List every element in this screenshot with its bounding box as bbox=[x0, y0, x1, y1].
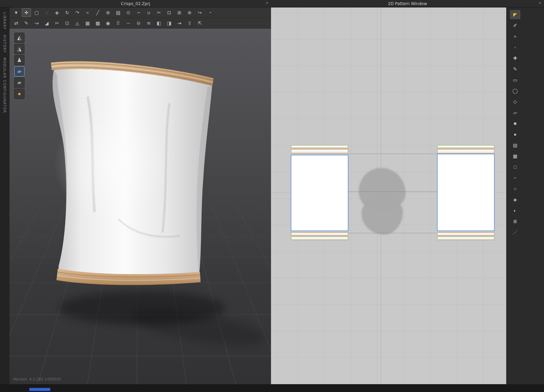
seal-strip-back-top-inner[interactable] bbox=[437, 149, 494, 153]
tool-checkerboard-large[interactable]: ▦ bbox=[83, 19, 92, 28]
taskbar-indicator[interactable] bbox=[29, 388, 50, 391]
tool-duplicate-tool[interactable]: ⊡ bbox=[63, 19, 72, 28]
tool-avatar-brush[interactable]: ✎ bbox=[22, 19, 31, 28]
tool-icon: ▤ bbox=[513, 142, 517, 148]
toggle-show-garment-b[interactable]: ◮ bbox=[14, 44, 24, 54]
popout-icon[interactable]: ↗ bbox=[265, 1, 268, 5]
tool-scissors-tool[interactable]: ✂ bbox=[52, 19, 62, 28]
tool-align-tool[interactable]: ⇥ bbox=[175, 19, 184, 28]
seal-strip-front-top-inner[interactable] bbox=[291, 149, 348, 153]
tool-2d-dashed-line-tool[interactable]: ┄ bbox=[510, 173, 520, 182]
tool-2d-pen-tool[interactable]: ✎ bbox=[510, 65, 520, 73]
tool-icon: ◯ bbox=[512, 88, 518, 93]
titlebar-3d-window[interactable]: Crisps_02.Zprj ↗ bbox=[0, 0, 271, 7]
toggle-icon: ● bbox=[18, 91, 21, 97]
seal-strip-back-top-outer[interactable] bbox=[437, 145, 494, 148]
tool-transform-pattern[interactable]: ◈ bbox=[52, 8, 62, 17]
tool-fold-arrange[interactable]: ⊡ bbox=[165, 8, 174, 17]
tool-2d-circle-tool[interactable]: ◯ bbox=[510, 86, 520, 95]
tool-2d-outline-rectangle-tool[interactable]: □ bbox=[510, 163, 520, 171]
tool-2d-edit-curvature[interactable]: ≈ bbox=[510, 32, 520, 41]
tool-2d-checkerboard-tool[interactable]: ▦ bbox=[510, 152, 520, 160]
tool-measure-edge[interactable]: ↪ bbox=[195, 8, 204, 17]
seal-strip-front-bottom-inner[interactable] bbox=[291, 233, 348, 236]
tool-icon: ≣ bbox=[513, 219, 517, 224]
tool-zipper-tool[interactable]: ≋ bbox=[144, 19, 153, 28]
tool-icon: ✎ bbox=[513, 66, 517, 72]
tool-trace-tool[interactable]: ◬ bbox=[73, 19, 82, 28]
tool-detail-sew[interactable]: ✂ bbox=[154, 8, 164, 17]
seal-strip-front-top-outer[interactable] bbox=[291, 145, 348, 148]
tool-2d-filled-rectangle-tool[interactable]: ■ bbox=[510, 119, 520, 128]
tool-line-tool[interactable]: ╱ bbox=[93, 8, 102, 17]
tool-icon: ┉ bbox=[137, 10, 140, 15]
tool-2d-transform-pattern[interactable]: ◤ bbox=[510, 10, 520, 19]
tool-segment-sew[interactable]: ┉ bbox=[134, 8, 143, 17]
tool-icon: ◨ bbox=[167, 20, 171, 26]
toggle-show-fabric-blue[interactable]: ▰ bbox=[14, 66, 24, 76]
side-tab-history[interactable]: HISTORY bbox=[3, 35, 6, 53]
tool-avatar-walk[interactable]: ⇄ bbox=[12, 19, 21, 28]
tool-rotate-arrange[interactable]: ↻ bbox=[63, 8, 72, 17]
side-tab-library[interactable]: LIBRARY bbox=[3, 12, 6, 30]
toggle-show-avatar[interactable]: ♟ bbox=[14, 55, 24, 65]
tool-icon: ● bbox=[514, 132, 516, 137]
toggle-show-avatar-skin[interactable]: ● bbox=[14, 89, 24, 99]
tool-grid-arrange[interactable]: ⊞ bbox=[175, 8, 184, 17]
tool-icon: ↪ bbox=[198, 10, 202, 15]
side-tab-modular-configurator[interactable]: MODULAR CONFIGURATOR bbox=[3, 57, 6, 113]
tool-2d-shape-blend-tool[interactable]: ◐ bbox=[510, 206, 520, 215]
tool-2d-edit-pattern[interactable]: ✐ bbox=[510, 21, 520, 30]
seal-strip-back-bottom-outer[interactable] bbox=[437, 237, 494, 240]
tool-2d-folder-tool[interactable]: ▱ bbox=[510, 108, 520, 117]
tool-2d-diamond-tool[interactable]: ◈ bbox=[510, 195, 520, 204]
tool-pin-tool[interactable]: ⊙ bbox=[124, 8, 133, 17]
tool-2d-add-point[interactable]: ✚ bbox=[510, 54, 520, 63]
seal-strip-front-bottom-outer[interactable] bbox=[291, 237, 348, 240]
tool-2d-outline-circle-tool[interactable]: ○ bbox=[510, 184, 520, 193]
tool-icon: ✚ bbox=[513, 55, 517, 61]
tool-free-sew[interactable]: ∪ bbox=[144, 8, 153, 17]
tool-2d-steps-tool[interactable]: ⋰ bbox=[510, 228, 520, 237]
pattern-piece-front[interactable] bbox=[291, 155, 348, 231]
tool-wedge-tool[interactable]: ◢ bbox=[42, 19, 51, 28]
pattern-piece-back[interactable] bbox=[437, 154, 495, 231]
tool-tape-measure[interactable]: ◔ bbox=[205, 8, 215, 17]
tool-buttonhole-tool[interactable]: ⠿ bbox=[114, 19, 123, 28]
tool-pan-tool[interactable]: ⇱ bbox=[195, 19, 204, 28]
tool-2d-filled-circle-tool[interactable]: ● bbox=[510, 130, 520, 139]
pattern-canvas-2d[interactable] bbox=[271, 7, 506, 384]
toggle-show-garment-a[interactable]: ◭ bbox=[14, 33, 24, 43]
tool-seam-line-tool[interactable]: ─ bbox=[124, 19, 133, 28]
tool-gizmo-tool[interactable]: ⊕ bbox=[103, 8, 113, 17]
tool-fabric-tool[interactable]: ▨ bbox=[114, 8, 123, 17]
tool-select-mesh-lasso[interactable]: ◌ bbox=[42, 8, 51, 17]
titlebar-2d-window[interactable]: 2D Pattern Window ↗ bbox=[271, 0, 544, 7]
seal-strip-back-bottom-inner[interactable] bbox=[437, 233, 494, 236]
tool-select-move[interactable]: ✛ bbox=[22, 8, 31, 17]
tool-stroke-tool[interactable]: ↝ bbox=[32, 19, 41, 28]
tool-edit-curvature[interactable]: ≈ bbox=[83, 8, 92, 17]
tool-select-mesh-box[interactable]: ▢ bbox=[32, 8, 41, 17]
tool-2d-rectangle-tool[interactable]: ▭ bbox=[510, 75, 520, 84]
tool-2d-edit-curve-point[interactable]: ◦ bbox=[510, 43, 520, 52]
tool-checkerboard-small[interactable]: ▩ bbox=[93, 19, 102, 28]
viewport-3d[interactable]: ◭◮♟▰▰● Version: 4.2.281 (r35910) bbox=[10, 29, 271, 384]
tool-2d-dart-tool[interactable]: ◇ bbox=[510, 97, 520, 106]
tool-2d-folder-shapes-tool[interactable]: ▤ bbox=[510, 141, 520, 150]
tool-2d-columns-tool[interactable]: ≣ bbox=[510, 217, 520, 226]
tool-simulate[interactable]: ▼ bbox=[12, 8, 21, 17]
tool-lock-tool[interactable]: ⊝ bbox=[134, 19, 143, 28]
app-window: Crisps_02.Zprj ↗ 2D Pattern Window ↗ LIB… bbox=[0, 0, 544, 392]
tool-flag-right-tool[interactable]: ◨ bbox=[165, 19, 174, 28]
crisps-bag-3d[interactable] bbox=[10, 29, 271, 384]
toggle-show-fabric-gray[interactable]: ▰ bbox=[14, 78, 24, 88]
tool-flag-left-tool[interactable]: ◧ bbox=[154, 19, 164, 28]
popout-icon[interactable]: ↗ bbox=[538, 1, 541, 5]
tool-button-tool[interactable]: ◉ bbox=[103, 19, 113, 28]
tool-tack-tool[interactable]: ⊛ bbox=[185, 8, 194, 17]
tool-fit-tool[interactable]: ⇳ bbox=[185, 19, 194, 28]
tool-edit-curve[interactable]: ↷ bbox=[73, 8, 82, 17]
tool-icon: ≈ bbox=[86, 10, 89, 15]
tool-icon: ◉ bbox=[106, 20, 110, 26]
